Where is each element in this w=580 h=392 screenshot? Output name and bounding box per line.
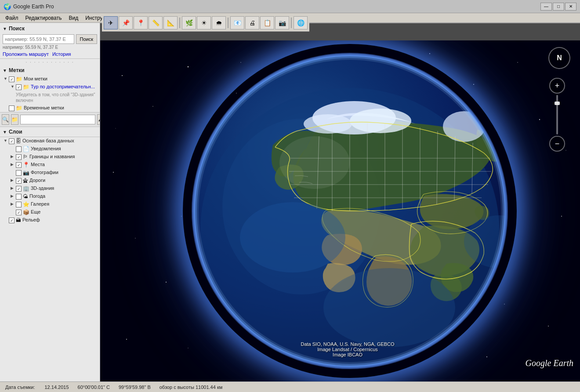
layer-places[interactable]: ▶ 📍 Места (0, 161, 100, 169)
layer-more-checkbox[interactable] (16, 210, 22, 215)
search-arrow-icon: ▼ (3, 26, 7, 31)
measure-button[interactable]: 📐 (163, 16, 178, 29)
layer-3d[interactable]: ▶ 🏢 3D-здания (0, 185, 100, 192)
zoom-handle[interactable] (555, 102, 560, 105)
path-button[interactable]: 📏 (149, 16, 163, 29)
folder-icon: 📁 (16, 76, 22, 82)
compass-ring[interactable]: N (548, 47, 570, 69)
attribution: Data SIO, NOAA, U.S. Navy, NGA, GEBCO Im… (301, 341, 394, 357)
borders-icon: 🏳 (23, 154, 28, 160)
nav-tool-button[interactable]: ✈ (104, 16, 118, 29)
photos-icon: 📷 (23, 170, 29, 176)
sun-button[interactable]: ☀ (197, 16, 211, 29)
maximize-button[interactable]: □ (553, 3, 564, 11)
search-button[interactable]: Поиск (76, 34, 97, 44)
layers-header[interactable]: ▼ Слои (0, 127, 100, 137)
layer-places-checkbox[interactable] (16, 162, 22, 168)
route-link[interactable]: Проложить маршрут (3, 51, 49, 57)
terrain-button[interactable]: 🌿 (182, 16, 196, 29)
layer-borders-checkbox[interactable] (16, 154, 22, 160)
tour-checkbox[interactable] (16, 84, 22, 90)
coord2: 99°59'59.98" В (119, 385, 151, 390)
earth-svg (192, 53, 508, 369)
svg-point-27 (350, 109, 411, 133)
map-toolbar: ✈ 📌 📍 📏 📐 🌿 ☀ 🌧 📧 🖨 📋 📷 🌐 (100, 23, 580, 23)
expand-icon: ▶ (11, 178, 16, 182)
search-hint: например: 55.59 N, 37.37 E (3, 45, 97, 50)
folder-button[interactable]: 📁 (11, 114, 18, 125)
layer-gallery[interactable]: ▶ ⭐ Галерея (0, 200, 100, 208)
layer-photos-checkbox[interactable] (16, 170, 22, 176)
layer-weather[interactable]: ▶ 🌤 Погода (0, 192, 100, 200)
temp-checkbox[interactable] (9, 105, 14, 111)
layer-more[interactable]: 📦 Еще (0, 208, 100, 216)
polygon-button[interactable]: 📍 (134, 16, 148, 29)
places-arrow-icon: ▼ (3, 68, 7, 73)
sidebar-controls: 🔍 📁 ▲ ▼ (0, 113, 100, 127)
places-search-input[interactable] (20, 115, 95, 124)
temp-marks-item[interactable]: 📁 Временные метки (0, 104, 100, 112)
search-section: ▼ Поиск Поиск например: 55.59 N, 37.37 E… (0, 23, 100, 59)
menu-file[interactable]: Файл (2, 14, 22, 22)
svg-point-9 (166, 282, 167, 283)
map-area[interactable]: N + − Data SIO, NOAA, U.S. Navy, NGA, GE… (100, 40, 580, 381)
svg-point-11 (548, 326, 549, 327)
history-link[interactable]: История (52, 51, 71, 57)
layer-relief-checkbox[interactable] (9, 218, 14, 223)
status-bar: Дата съемки: 12.14.2015 60°00'00.01" С 9… (0, 381, 580, 392)
email-button[interactable]: 📧 (230, 16, 244, 29)
layers-section: ▼ Слои ▼ 🗄 Основная база данных 📄 Уведом… (0, 127, 100, 232)
expand-icon: ▼ (4, 76, 9, 81)
svg-point-5 (517, 62, 518, 63)
layer-gallery-checkbox[interactable] (16, 202, 22, 207)
layer-db-checkbox[interactable] (9, 138, 14, 144)
svg-point-46 (323, 268, 455, 347)
svg-point-7 (113, 172, 114, 173)
layer-primary-db[interactable]: ▼ 🗄 Основная база данных (0, 137, 100, 145)
move-up-button[interactable]: ▲ (97, 114, 100, 125)
zoom-out-button[interactable]: − (549, 136, 565, 152)
copy-button[interactable]: 📋 (260, 16, 274, 29)
earth-globe-container[interactable] (192, 53, 508, 369)
search-places-button[interactable]: 🔍 (2, 114, 9, 125)
folder2-icon: 📁 (16, 105, 22, 111)
my-places-checkbox[interactable] (9, 76, 14, 82)
search-input[interactable] (3, 34, 74, 44)
placemark-button[interactable]: 📌 (119, 16, 133, 29)
svg-point-1 (152, 106, 153, 107)
coord1: 60°00'00.01" С (78, 385, 110, 390)
svg-point-0 (122, 75, 123, 76)
svg-point-18 (561, 216, 562, 217)
my-places-item[interactable]: ▼ 📁 Мои метки (0, 75, 100, 83)
search-header[interactable]: ▼ Поиск (3, 25, 97, 33)
sky-button[interactable]: 🌧 (212, 16, 226, 29)
tour-item[interactable]: ▼ 📁 Тур по достопримечательн... (0, 83, 100, 91)
layer-weather-checkbox[interactable] (16, 194, 22, 200)
gallery-icon: ⭐ (23, 201, 29, 207)
places-header[interactable]: ▼ Метки (0, 65, 100, 75)
layer-relief[interactable]: 🏔 Рельеф (0, 216, 100, 224)
compass[interactable]: N (548, 47, 570, 69)
save-image-button[interactable]: 📷 (275, 16, 289, 29)
layer-3d-checkbox[interactable] (16, 186, 22, 192)
folder-blue-icon: 📁 (23, 84, 29, 90)
menu-view[interactable]: Вид (65, 14, 82, 22)
layer-photos[interactable]: 📷 Фотографии (0, 169, 100, 177)
layer-roads-checkbox[interactable] (16, 178, 22, 184)
date-value: 12.14.2015 (44, 385, 69, 390)
layer-notifications[interactable]: 📄 Уведомления (0, 145, 100, 153)
close-button[interactable]: ✕ (565, 3, 576, 11)
layer-notif-checkbox[interactable] (16, 146, 22, 152)
menu-edit[interactable]: Редактировать (22, 14, 65, 22)
earth-view-button[interactable]: 🌐 (294, 16, 308, 29)
svg-point-20 (181, 216, 182, 217)
layer-roads[interactable]: ▶ 🛣 Дороги (0, 177, 100, 185)
places-icon: 📍 (23, 162, 29, 168)
zoom-in-button[interactable]: + (549, 78, 565, 94)
svg-point-12 (126, 339, 127, 340)
zoom-control[interactable]: + − (549, 78, 565, 152)
zoom-track[interactable] (556, 95, 558, 134)
layer-borders[interactable]: ▶ 🏳 Границы и названия (0, 153, 100, 161)
minimize-button[interactable]: — (540, 3, 552, 11)
print-button[interactable]: 🖨 (245, 16, 259, 29)
